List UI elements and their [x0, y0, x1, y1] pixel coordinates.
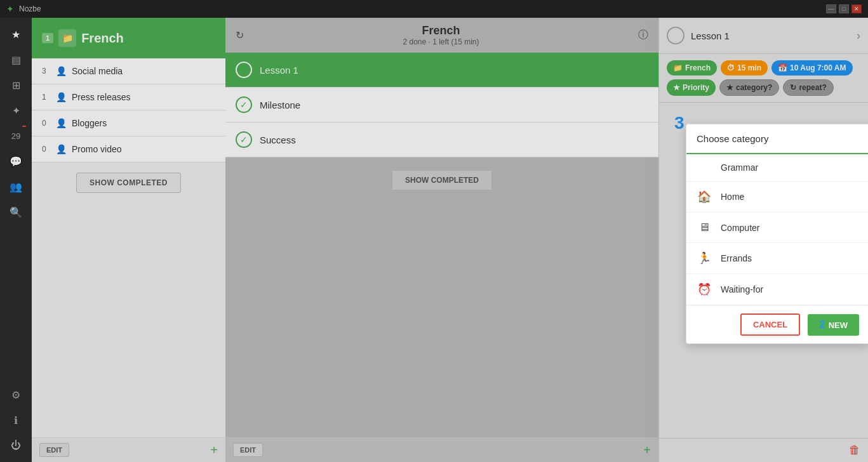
- category-name: Errands: [721, 253, 752, 263]
- new-label: NEW: [829, 320, 848, 330]
- waiting-icon: ⏰: [697, 282, 712, 296]
- cancel-button[interactable]: CANCEL: [740, 314, 800, 336]
- category-item-errands[interactable]: 🏃 Errands: [686, 243, 868, 274]
- computer-icon: 🖥: [697, 221, 712, 234]
- category-item-home[interactable]: 🏠 Home: [686, 182, 868, 213]
- category-name: Home: [721, 192, 744, 202]
- category-item-grammar[interactable]: Grammar: [686, 154, 868, 182]
- category-dropdown: Choose category Grammar 🏠 Home 🖥 Compute…: [686, 124, 868, 344]
- home-icon: 🏠: [697, 190, 712, 204]
- category-footer: CANCEL 2 NEW: [686, 305, 868, 343]
- new-button[interactable]: 2 NEW: [808, 314, 859, 336]
- category-name: Grammar: [721, 162, 758, 173]
- category-dropdown-title: Choose category: [686, 124, 868, 154]
- category-name: Computer: [721, 223, 759, 233]
- new-number: 2: [819, 319, 825, 330]
- errands-icon: 🏃: [697, 251, 712, 265]
- category-name: Waiting-for: [721, 284, 763, 294]
- category-item-computer[interactable]: 🖥 Computer: [686, 213, 868, 243]
- category-item-waiting[interactable]: ⏰ Waiting-for: [686, 274, 868, 305]
